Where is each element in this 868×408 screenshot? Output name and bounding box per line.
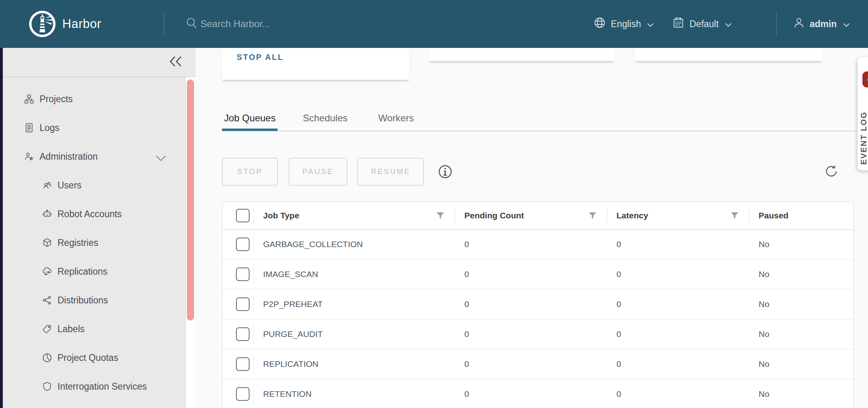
stop-all-button[interactable]: STOP ALL [237,53,283,62]
sidebar-item-users[interactable]: Users [3,171,186,200]
row-checkbox[interactable] [236,297,250,311]
logs-icon [24,123,34,133]
row-checkbox[interactable] [236,238,250,251]
cell-latency: 0 [607,379,749,408]
filter-icon[interactable] [731,212,739,221]
language-dropdown[interactable]: English [593,0,654,48]
row-select-cell [222,289,254,319]
column-header-paused[interactable]: Paused [749,202,853,229]
header-divider [164,12,164,36]
cell-paused: No [749,259,853,289]
sidebar-item-project-quotas[interactable]: Project Quotas [3,343,186,372]
sidebar-item-distributions[interactable]: Distributions [3,286,186,315]
row-checkbox[interactable] [236,387,250,401]
sidebar-item-label: Logs [40,123,59,133]
row-select-cell [222,349,254,379]
cell-job-type: PURGE_AUDIT [254,319,455,349]
cell-pending-count: 0 [455,289,607,319]
event-log-badge: 3 [862,71,868,87]
cell-latency: 0 [607,230,749,259]
row-select-cell [222,259,254,289]
interrogation-services-icon [42,381,52,392]
filter-icon[interactable] [436,212,444,221]
distributions-icon [42,295,52,305]
chevron-down-icon [647,19,654,30]
cell-job-type: IMAGE_SCAN [254,259,455,289]
row-checkbox[interactable] [236,327,250,341]
table-row: PURGE_AUDIT00No [222,319,853,349]
sidebar-item-replications[interactable]: Replications [3,257,186,286]
tab-schedules[interactable]: Schedules [301,110,349,131]
cell-job-type: P2P_PREHEAT [254,289,455,319]
cell-paused: No [749,289,853,319]
job-queues-table: Job Type Pending Count Latency Paused [222,202,854,408]
sidebar-item-administration[interactable]: Administration [3,142,186,171]
top-header: Harbor English [0,0,868,48]
sidebar-scrollbar-track[interactable] [186,77,196,408]
sidebar-item-projects[interactable]: Projects [3,85,186,113]
row-checkbox[interactable] [236,267,250,281]
toolbar: STOP PAUSE RESUME [222,158,453,186]
refresh-icon[interactable] [824,164,839,179]
cell-paused: No [749,319,853,349]
sidebar-nav: ProjectsLogsAdministrationUsersRobot Acc… [3,85,186,401]
select-all-cell [222,202,254,229]
sidebar-item-logs[interactable]: Logs [3,113,186,142]
sidebar-collapse-icon[interactable] [169,55,182,69]
table-row: RETENTION00No [222,379,853,408]
sidebar-item-label: Administration [40,151,98,162]
search-input[interactable] [200,18,425,30]
row-checkbox[interactable] [236,357,250,371]
select-all-checkbox[interactable] [236,209,250,222]
user-icon [793,17,805,31]
sidebar-item-label: Labels [57,324,85,335]
chevron-down-icon[interactable] [156,153,166,164]
table-row: P2P_PREHEAT00No [222,289,853,319]
users-icon [42,180,52,190]
calendar-icon [672,16,685,32]
summary-card [428,48,615,61]
row-select-cell [222,319,254,349]
row-select-cell [222,230,254,259]
cell-pending-count: 0 [455,230,607,259]
robot-accounts-icon [42,209,52,219]
column-header-job-type[interactable]: Job Type [254,202,455,229]
resume-button[interactable]: RESUME [357,158,424,186]
global-search[interactable] [185,0,425,48]
sidebar: ProjectsLogsAdministrationUsersRobot Acc… [3,48,196,408]
info-icon[interactable] [438,164,453,179]
cell-latency: 0 [607,289,749,319]
event-log-label: EVENT LOG [859,111,868,165]
tab-job-queues[interactable]: Job Queues [222,110,277,131]
scope-dropdown[interactable]: Default [672,0,731,48]
tab-workers[interactable]: Workers [377,110,416,131]
cell-paused: No [749,379,853,408]
sidebar-item-labels[interactable]: Labels [3,315,186,343]
column-header-pending-count[interactable]: Pending Count [455,202,607,229]
administration-icon [24,151,34,162]
registries-icon [42,238,52,248]
table-header-row: Job Type Pending Count Latency Paused [222,202,853,230]
tab-bar: Job QueuesSchedulesWorkers [222,110,416,131]
header-divider [776,12,777,36]
cell-pending-count: 0 [455,349,607,379]
event-log-tab[interactable]: 3 EVENT LOG [858,57,868,170]
column-header-latency[interactable]: Latency [607,202,749,229]
table-row: GARBAGE_COLLECTION00No [222,230,853,259]
sidebar-item-label: Project Quotas [57,353,118,363]
filter-icon[interactable] [589,212,597,221]
sidebar-item-label: Users [57,180,81,191]
user-menu[interactable]: admin [793,0,850,48]
sidebar-item-robot-accounts[interactable]: Robot Accounts [3,200,186,228]
harbor-logo-icon[interactable] [29,10,56,38]
pause-button[interactable]: PAUSE [289,158,347,186]
sidebar-item-interrogation-services[interactable]: Interrogation Services [3,372,186,401]
stop-button[interactable]: STOP [222,158,278,186]
row-select-cell [222,379,254,408]
brand-title: Harbor [62,0,101,48]
cell-paused: No [749,349,853,379]
labels-icon [42,324,52,334]
sidebar-scrollbar-thumb[interactable] [187,79,194,321]
cell-paused: No [749,230,853,259]
sidebar-item-registries[interactable]: Registries [3,228,186,257]
